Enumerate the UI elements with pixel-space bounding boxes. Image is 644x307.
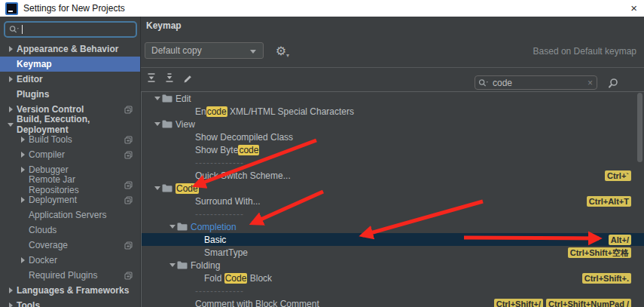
- tree-scrollbar[interactable]: [637, 93, 642, 162]
- sidebar-item-label: Build Tools: [29, 134, 72, 145]
- sidebar-item-label: Build, Execution, Deployment: [17, 114, 140, 135]
- tree-action-basic[interactable]: BasicAlt+/: [142, 233, 644, 246]
- chevron-down-icon[interactable]: [154, 97, 160, 100]
- shortcut-badge: Ctrl+Shift+/: [494, 299, 543, 307]
- edit-shortcut-button[interactable]: [182, 72, 194, 84]
- tree-row-label: View: [175, 119, 195, 130]
- tree-action-show-decompiled-class[interactable]: Show Decompiled Class: [142, 130, 644, 143]
- shortcut-badge: Ctrl+Shift+NumPad /: [546, 299, 631, 307]
- chevron-right-icon[interactable]: [17, 137, 29, 143]
- sidebar-item-label: Keymap: [17, 59, 52, 69]
- tree-row-label: Surround With...: [195, 196, 261, 207]
- sidebar-item-label: Tools: [17, 300, 40, 307]
- scheme-gear-button[interactable]: ⚙ ▾: [272, 41, 290, 60]
- tree-row-label: Basic: [204, 235, 226, 245]
- chevron-right-icon[interactable]: [17, 257, 29, 263]
- sidebar-item-coverage[interactable]: Coverage: [0, 238, 140, 253]
- sidebar-item-remote-jar-repositories[interactable]: Remote Jar Repositories: [0, 177, 140, 192]
- shortcut-badges: Ctrl+Alt+T: [587, 195, 631, 207]
- sidebar-item-label: Editor: [17, 74, 43, 84]
- text-caret: [22, 25, 23, 34]
- sidebar-item-plugins[interactable]: Plugins: [0, 87, 140, 102]
- tree-row-label: Fold Code Block: [204, 273, 272, 284]
- shared-settings-icon: [124, 151, 133, 159]
- page-title: Keymap: [146, 20, 182, 31]
- close-icon[interactable]: ×: [630, 1, 637, 16]
- tree-action-fold-code-block[interactable]: Fold Code BlockCtrl+Shift+.: [142, 272, 644, 284]
- tree-folder-completion[interactable]: Completion: [142, 220, 644, 233]
- tree-action-comment-with-block-comment[interactable]: Comment with Block CommentCtrl+Shift+/Ct…: [142, 297, 644, 307]
- folder-icon: [177, 261, 188, 269]
- settings-window: Settings for New Projects × Appearance &…: [0, 0, 644, 307]
- chevron-down-icon[interactable]: [154, 186, 160, 190]
- tree-action-show-bytecode[interactable]: Show Bytecode: [142, 143, 644, 156]
- tree-action-surround-with[interactable]: Surround With...Ctrl+Alt+T: [142, 195, 644, 207]
- sidebar-item-docker[interactable]: Docker: [0, 253, 140, 268]
- sidebar-item-label: Coverage: [29, 240, 68, 250]
- chevron-right-icon[interactable]: [5, 46, 17, 52]
- tree-row-label: Folding: [191, 260, 220, 271]
- chevron-right-icon[interactable]: [5, 287, 17, 293]
- sidebar-item-appearance-behavior[interactable]: Appearance & Behavior: [0, 41, 140, 57]
- chevron-right-icon[interactable]: [17, 152, 29, 158]
- intellij-logo-icon: [5, 2, 18, 15]
- folder-icon: [162, 184, 172, 192]
- tree-action-smarttype[interactable]: SmartTypeCtrl+Shift+空格: [142, 246, 644, 259]
- shortcut-badges: Ctrl+Shift+.: [582, 272, 631, 284]
- tree-separator: -------------: [142, 207, 644, 220]
- shared-settings-icon: [124, 272, 133, 280]
- collapse-all-button[interactable]: [163, 72, 175, 84]
- chevron-down-icon[interactable]: [154, 122, 160, 126]
- tree-separator: -------------: [142, 156, 644, 169]
- chevron-right-icon[interactable]: [17, 167, 29, 173]
- search-match-highlight: Code: [175, 183, 199, 194]
- sidebar-item-languages-frameworks[interactable]: Languages & Frameworks: [0, 283, 140, 298]
- window-title: Settings for New Projects: [23, 3, 125, 14]
- sidebar-item-label: Debugger: [29, 164, 69, 175]
- separator-dashes: -------------: [195, 158, 244, 168]
- shared-settings-icon: [124, 241, 133, 250]
- chevron-right-icon[interactable]: [17, 197, 29, 203]
- chevron-down-icon[interactable]: [169, 263, 175, 267]
- sidebar-item-label: Version Control: [17, 104, 84, 115]
- find-by-shortcut-button[interactable]: [606, 75, 621, 91]
- search-match-highlight: code: [206, 106, 227, 117]
- tree-row-label: Show Bytecode: [195, 145, 259, 155]
- chevron-down-icon[interactable]: [5, 123, 17, 127]
- chevron-down-icon[interactable]: [169, 225, 175, 229]
- sidebar-item-tools[interactable]: Tools: [0, 298, 140, 307]
- tree-action-quick-switch-scheme[interactable]: Quick Switch Scheme...Ctrl+`: [142, 169, 644, 182]
- action-search-field[interactable]: ×: [475, 75, 597, 90]
- sidebar-item-build-execution-deployment[interactable]: Build, Execution, Deployment: [0, 117, 140, 132]
- action-search-input[interactable]: [491, 77, 577, 89]
- shortcut-badges: Ctrl+Shift+空格: [568, 246, 631, 259]
- sidebar-item-keymap[interactable]: Keymap: [0, 57, 140, 72]
- sidebar-item-required-plugins[interactable]: Required Plugins: [0, 268, 140, 283]
- shortcut-badges: Ctrl+`: [605, 169, 631, 182]
- chevron-right-icon[interactable]: [5, 106, 17, 112]
- search-icon: [478, 78, 489, 87]
- sidebar-item-application-servers[interactable]: Application Servers: [0, 207, 140, 223]
- settings-search-input[interactable]: [4, 21, 137, 38]
- tree-row-label: Completion: [191, 222, 237, 232]
- clear-search-icon[interactable]: ×: [588, 78, 593, 88]
- chevron-right-icon[interactable]: [5, 76, 17, 82]
- keymap-scheme-select[interactable]: Default copy: [145, 42, 264, 59]
- tree-folder-code[interactable]: Code: [142, 182, 644, 195]
- separator-dashes: -------------: [195, 209, 244, 220]
- tree-action-encode-xml-html-special-characters[interactable]: Encode XML/HTML Special Characters: [142, 105, 644, 118]
- tree-folder-view[interactable]: View: [142, 118, 644, 130]
- search-match-highlight: code: [238, 145, 259, 155]
- tree-folder-folding[interactable]: Folding: [142, 259, 644, 272]
- sidebar-item-clouds[interactable]: Clouds: [0, 223, 140, 238]
- chevron-right-icon[interactable]: [5, 302, 17, 307]
- tree-folder-edit[interactable]: Edit: [142, 92, 644, 105]
- folder-icon: [162, 120, 172, 128]
- expand-all-button[interactable]: [145, 72, 157, 84]
- sidebar-item-editor[interactable]: Editor: [0, 72, 140, 87]
- shared-settings-icon: [124, 136, 133, 144]
- gear-icon: ⚙: [276, 44, 286, 58]
- sidebar-item-compiler[interactable]: Compiler: [0, 147, 140, 162]
- shortcut-badges: Alt+/: [609, 233, 631, 246]
- keymap-scheme-value: Default copy: [151, 45, 202, 56]
